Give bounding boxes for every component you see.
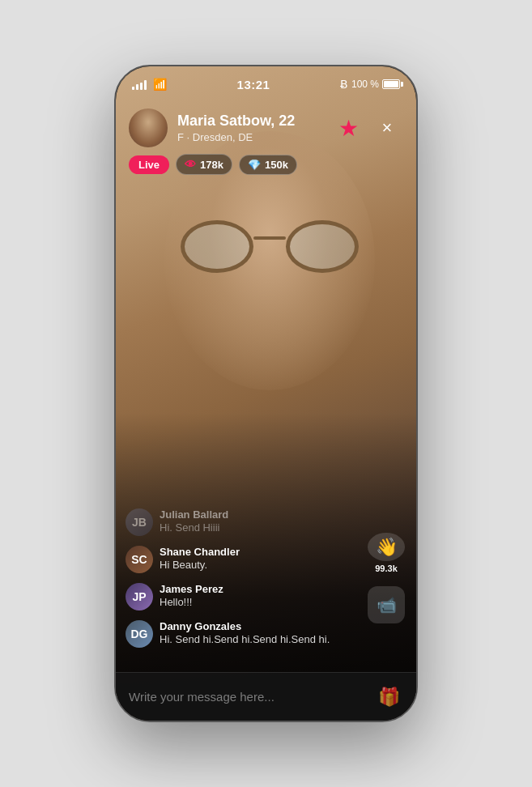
danny-text: Hi. Send hi.Send hi.Send hi.Send hi.	[160, 633, 330, 647]
message-input[interactable]	[129, 690, 364, 704]
screen: 📶 13:21 Ƀ 100 % Maria Satbow, 22 F · Dre…	[116, 66, 416, 721]
status-right: Ƀ 100 %	[340, 78, 400, 91]
glasses-decoration	[181, 220, 359, 277]
shane-avatar-initials: SC	[126, 546, 153, 573]
wifi-icon: 📶	[153, 78, 167, 91]
julian-text: Hi. Send Hiiii	[160, 521, 228, 535]
live-badges-row: Live 👁 178k 💎 150k	[129, 154, 297, 175]
julian-name: Julian Ballard	[160, 508, 228, 521]
gift-button[interactable]: 🎁	[374, 683, 403, 712]
close-icon: ×	[382, 117, 393, 138]
stream-header: Maria Satbow, 22 F · Dresden, DE ★ ×	[116, 102, 416, 154]
favorite-button[interactable]: ★	[332, 112, 364, 144]
live-badge: Live	[129, 155, 169, 174]
danny-message-content: Danny Gonzales Hi. Send hi.Send hi.Send …	[160, 620, 330, 647]
battery-fill	[384, 81, 398, 87]
phone-frame: 📶 13:21 Ƀ 100 % Maria Satbow, 22 F · Dre…	[114, 65, 418, 722]
streamer-name: Maria Satbow, 22	[177, 113, 332, 130]
chat-area: JB Julian Ballard Hi. Send Hiiii SC Shan…	[116, 508, 416, 664]
close-button[interactable]: ×	[371, 112, 403, 144]
danny-avatar-initials: DG	[126, 620, 153, 648]
danny-avatar: DG	[126, 620, 153, 648]
shane-text: Hi Beauty.	[160, 559, 240, 572]
gift-icon: 🎁	[378, 687, 400, 708]
julian-message-content: Julian Ballard Hi. Send Hiiii	[160, 508, 228, 535]
danny-name: Danny Gonzales	[160, 620, 330, 632]
signal-bars-icon	[132, 79, 147, 90]
james-avatar: JP	[126, 583, 153, 610]
diamond-icon: 💎	[248, 159, 261, 171]
diamonds-badge: 💎 150k	[239, 155, 297, 175]
shane-message-content: Shane Chandler Hi Beauty.	[160, 546, 240, 572]
views-count: 178k	[200, 159, 223, 171]
julian-avatar: JB	[126, 508, 153, 536]
streamer-avatar	[129, 108, 168, 147]
status-left: 📶	[132, 78, 167, 91]
message-bar: 🎁	[116, 672, 416, 721]
james-text: Hello!!!	[160, 596, 223, 610]
avatar-image	[129, 108, 168, 147]
status-bar: 📶 13:21 Ƀ 100 %	[116, 66, 416, 102]
james-message-content: James Perez Hello!!!	[160, 583, 223, 610]
shane-name: Shane Chandler	[160, 546, 240, 558]
eye-icon: 👁	[185, 158, 196, 171]
streamer-location: F · Dresden, DE	[177, 131, 332, 143]
shane-avatar: SC	[126, 546, 153, 573]
battery-percentage: 100 %	[351, 79, 379, 90]
bluetooth-icon: Ƀ	[340, 78, 348, 91]
james-avatar-initials: JP	[126, 583, 153, 610]
chat-message-james: JP James Perez Hello!!!	[126, 583, 406, 610]
chat-message-julian: JB Julian Ballard Hi. Send Hiiii	[126, 508, 406, 536]
battery-icon	[382, 79, 400, 89]
streamer-info: Maria Satbow, 22 F · Dresden, DE	[177, 113, 332, 143]
status-time: 13:21	[237, 78, 270, 91]
star-icon: ★	[338, 115, 359, 142]
views-badge: 👁 178k	[176, 154, 232, 175]
diamonds-count: 150k	[265, 159, 288, 171]
julian-avatar-initials: JB	[126, 508, 153, 536]
chat-message-shane: SC Shane Chandler Hi Beauty.	[126, 546, 406, 573]
chat-message-danny: DG Danny Gonzales Hi. Send hi.Send hi.Se…	[126, 620, 406, 648]
james-name: James Perez	[160, 583, 223, 595]
